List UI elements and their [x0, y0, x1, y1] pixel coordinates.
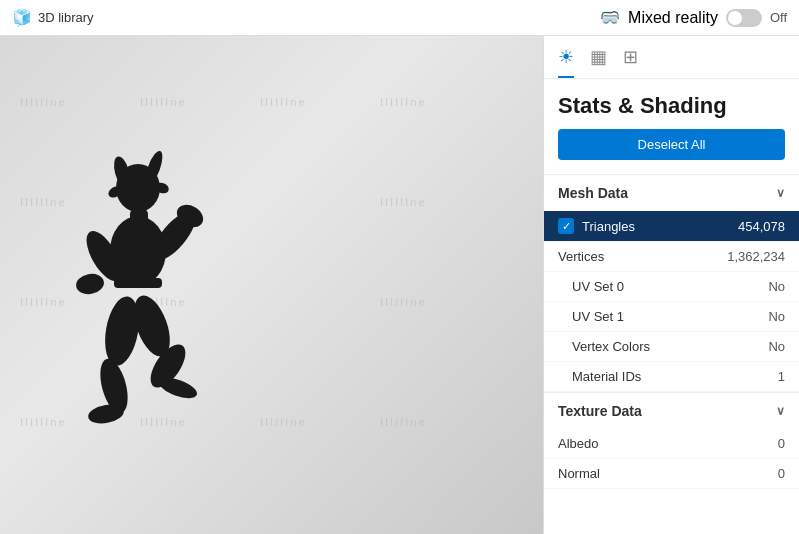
- albedo-label: Albedo: [558, 436, 598, 451]
- texture-data-section-header[interactable]: Texture Data ∨: [544, 392, 799, 429]
- 3d-library-icon: 🧊: [12, 8, 32, 27]
- tab-sun[interactable]: ☀: [558, 46, 574, 78]
- material-ids-value: 1: [778, 369, 785, 384]
- watermark: IIIIIIne: [380, 296, 427, 308]
- triangles-label: Triangles: [582, 219, 635, 234]
- material-ids-row: Material IDs 1: [544, 362, 799, 392]
- vertices-label: Vertices: [558, 249, 604, 264]
- panel-tabs: ☀ ▦ ⊞: [544, 36, 799, 79]
- albedo-row: Albedo 0: [544, 429, 799, 459]
- tab-grid[interactable]: ▦: [590, 46, 607, 78]
- triangles-checkbox[interactable]: [558, 218, 574, 234]
- watermark: IIIIIIne: [380, 96, 427, 108]
- vertex-colors-label: Vertex Colors: [572, 339, 650, 354]
- 3d-library-label: 3D library: [38, 10, 94, 25]
- mesh-data-chevron: ∨: [776, 186, 785, 200]
- mixed-reality-group: 🥽 Mixed reality Off: [600, 8, 787, 27]
- mesh-data-label: Mesh Data: [558, 185, 628, 201]
- uvset0-row: UV Set 0 No: [544, 272, 799, 302]
- mesh-data-section-header[interactable]: Mesh Data ∨: [544, 174, 799, 211]
- canvas-area[interactable]: IIIIIIne IIIIIIne IIIIIIne IIIIIIne IIII…: [0, 36, 543, 534]
- uvset0-value: No: [768, 279, 785, 294]
- svg-rect-17: [114, 278, 162, 288]
- normal-row: Normal 0: [544, 459, 799, 489]
- watermark: IIIIIIne: [260, 96, 307, 108]
- uvset1-value: No: [768, 309, 785, 324]
- normal-value: 0: [778, 466, 785, 481]
- 3d-library-button[interactable]: 🧊 3D library: [12, 8, 94, 27]
- topbar: 🧊 3D library 🥽 Mixed reality Off: [0, 0, 799, 36]
- mixed-reality-icon: 🥽: [600, 8, 620, 27]
- toggle-off-label: Off: [770, 10, 787, 25]
- vertex-colors-row: Vertex Colors No: [544, 332, 799, 362]
- triangles-row-left: Triangles: [558, 218, 635, 234]
- uvset1-label: UV Set 1: [572, 309, 624, 324]
- watermark: IIIIIIne: [380, 196, 427, 208]
- watermark: IIIIIIne: [380, 416, 427, 428]
- texture-data-label: Texture Data: [558, 403, 642, 419]
- 3d-model-figure: [60, 136, 220, 456]
- right-panel: ☀ ▦ ⊞ Stats & Shading Deselect All Mesh …: [543, 36, 799, 534]
- watermark: IIIIIIne: [260, 416, 307, 428]
- triangles-value: 454,078: [738, 219, 785, 234]
- material-ids-label: Material IDs: [572, 369, 641, 384]
- tab-hash[interactable]: ⊞: [623, 46, 638, 78]
- triangles-row[interactable]: Triangles 454,078: [544, 211, 799, 242]
- texture-data-chevron: ∨: [776, 404, 785, 418]
- mixed-reality-toggle[interactable]: [726, 9, 762, 27]
- mixed-reality-label: Mixed reality: [628, 9, 718, 27]
- uvset0-label: UV Set 0: [572, 279, 624, 294]
- vertex-colors-value: No: [768, 339, 785, 354]
- vertices-row[interactable]: Vertices 1,362,234: [544, 242, 799, 272]
- albedo-value: 0: [778, 436, 785, 451]
- normal-label: Normal: [558, 466, 600, 481]
- deselect-all-button[interactable]: Deselect All: [558, 129, 785, 160]
- watermark: IIIIIIne: [20, 96, 67, 108]
- panel-title: Stats & Shading: [544, 79, 799, 129]
- uvset1-row: UV Set 1 No: [544, 302, 799, 332]
- main-area: IIIIIIne IIIIIIne IIIIIIne IIIIIIne IIII…: [0, 36, 799, 534]
- watermark: IIIIIIne: [140, 96, 187, 108]
- vertices-value: 1,362,234: [727, 249, 785, 264]
- svg-point-8: [74, 272, 105, 297]
